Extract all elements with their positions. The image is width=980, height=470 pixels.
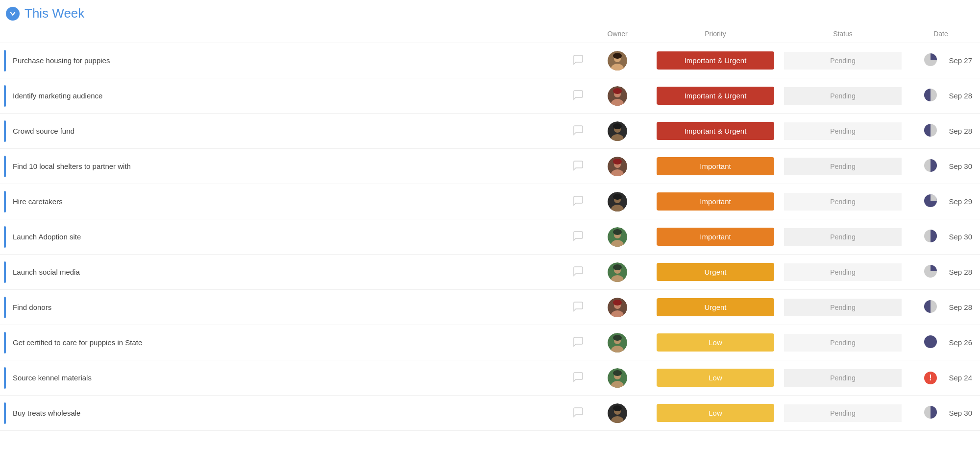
table-row[interactable]: Hire caretakers Important Pending [0, 184, 980, 219]
owner-cell [588, 293, 647, 322]
date-cell: Sep 27 [902, 48, 980, 72]
date-cell: Sep 30 [902, 154, 980, 178]
task-name: Source kennel materials [13, 374, 567, 382]
col-status: Status [784, 28, 902, 40]
avatar [608, 157, 627, 176]
task-bar [4, 367, 6, 389]
task-cell: Identify marketing audience [0, 80, 588, 112]
priority-cell[interactable]: Important & Urgent [647, 82, 784, 110]
comment-icon[interactable] [572, 265, 584, 279]
comment-icon[interactable] [572, 336, 584, 349]
priority-cell[interactable]: Low [647, 329, 784, 356]
svg-point-28 [613, 229, 622, 235]
col-priority: Priority [647, 28, 784, 40]
table-row[interactable]: Launch Adoption site Important Pending [0, 219, 980, 255]
date-text: Sep 27 [943, 56, 972, 65]
table-row[interactable]: Purchase housing for puppies Important &… [0, 43, 980, 78]
status-badge: Pending [830, 304, 855, 311]
collapse-icon[interactable] [6, 7, 20, 21]
table-row[interactable]: Crowd source fund Important & Urgent Pen… [0, 114, 980, 149]
owner-cell [588, 363, 647, 393]
task-bar [4, 191, 6, 212]
priority-cell[interactable]: Important [647, 152, 784, 180]
task-cell: Find donors [0, 292, 588, 323]
table-row[interactable]: Find donors Urgent Pending [0, 290, 980, 325]
status-badge: Pending [830, 268, 855, 276]
status-badge: Pending [830, 92, 855, 100]
task-name: Get certified to care for puppies in Sta… [13, 338, 567, 347]
comment-icon[interactable] [572, 124, 584, 138]
task-name: Buy treats wholesale [13, 409, 567, 417]
task-cell: Hire caretakers [0, 186, 588, 217]
col-owner: Owner [588, 28, 647, 40]
date-cell: ! Sep 24 [902, 367, 980, 389]
comment-icon[interactable] [572, 195, 584, 208]
date-cell: Sep 30 [902, 401, 980, 425]
status-cell: Pending [784, 404, 902, 422]
date-text: Sep 28 [943, 127, 972, 135]
comment-icon[interactable] [572, 160, 584, 173]
date-cell: Sep 26 [902, 330, 980, 354]
task-cell: Source kennel materials [0, 362, 588, 394]
status-cell: Pending [784, 52, 902, 70]
task-name: Find 10 local shelters to partner with [13, 162, 567, 170]
task-name: Purchase housing for puppies [13, 56, 567, 65]
priority-badge: Urgent [657, 263, 774, 281]
avatar [608, 86, 627, 106]
task-bar [4, 156, 6, 177]
priority-cell[interactable]: Low [647, 399, 784, 427]
status-icon [924, 230, 937, 244]
date-text: Sep 28 [943, 268, 972, 276]
task-cell: Buy treats wholesale [0, 398, 588, 429]
priority-cell[interactable]: Important & Urgent [647, 47, 784, 74]
comment-icon[interactable] [572, 371, 584, 384]
date-text: Sep 30 [943, 162, 972, 170]
date-text: Sep 30 [943, 409, 972, 417]
priority-cell[interactable]: Low [647, 364, 784, 392]
owner-cell [588, 187, 647, 216]
avatar [608, 121, 627, 141]
table-row[interactable]: Find 10 local shelters to partner with I… [0, 149, 980, 184]
task-bar [4, 85, 6, 107]
priority-badge: Low [657, 404, 774, 422]
status-cell: Pending [784, 228, 902, 246]
task-name: Identify marketing audience [13, 92, 567, 100]
priority-badge: Important & Urgent [657, 122, 774, 140]
priority-cell[interactable]: Important [647, 188, 784, 215]
table-row[interactable]: Identify marketing audience Important & … [0, 78, 980, 114]
date-text: Sep 29 [943, 197, 972, 206]
task-cell: Crowd source fund [0, 116, 588, 147]
svg-point-18 [613, 159, 622, 164]
status-cell: Pending [784, 87, 902, 105]
page-title: This Week [24, 6, 84, 21]
date-text: Sep 30 [943, 233, 972, 241]
status-icon [924, 406, 937, 420]
task-cell: Get certified to care for puppies in Sta… [0, 327, 588, 358]
svg-point-33 [613, 264, 622, 270]
status-icon [924, 300, 937, 314]
comment-icon[interactable] [572, 89, 584, 102]
date-cell: Sep 30 [902, 225, 980, 249]
table-row[interactable]: Buy treats wholesale Low Pending [0, 396, 980, 431]
status-cell: Pending [784, 334, 902, 352]
priority-cell[interactable]: Important [647, 223, 784, 251]
avatar [608, 227, 627, 247]
task-name: Launch social media [13, 268, 567, 276]
table-row[interactable]: Launch social media Urgent Pending [0, 255, 980, 290]
priority-cell[interactable]: Important & Urgent [647, 117, 784, 145]
priority-cell[interactable]: Urgent [647, 258, 784, 286]
comment-icon[interactable] [572, 230, 584, 243]
owner-cell [588, 81, 647, 111]
comment-icon[interactable] [572, 54, 584, 67]
comment-icon[interactable] [572, 301, 584, 314]
status-icon [924, 53, 937, 68]
date-text: Sep 28 [943, 92, 972, 100]
date-cell: Sep 28 [902, 84, 980, 108]
comment-icon[interactable] [572, 406, 584, 420]
priority-cell[interactable]: Urgent [647, 293, 784, 321]
status-cell: Pending [784, 369, 902, 387]
table-row[interactable]: Get certified to care for puppies in Sta… [0, 325, 980, 360]
svg-point-52 [613, 405, 622, 411]
table-row[interactable]: Source kennel materials Low Pending [0, 360, 980, 396]
owner-cell [588, 399, 647, 428]
